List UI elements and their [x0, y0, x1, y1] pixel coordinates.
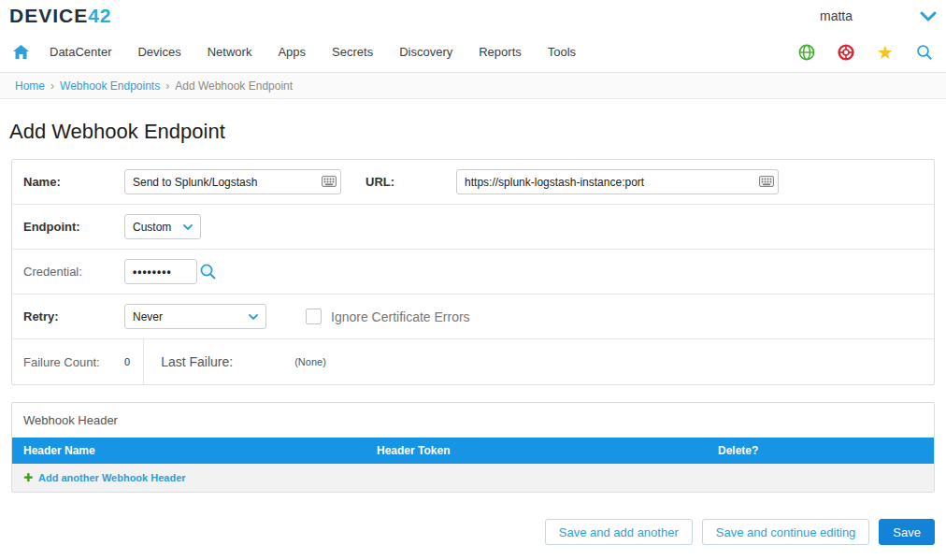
failure-row: Failure Count: 0 Last Failure: (None): [12, 339, 934, 384]
retry-select-value: Never: [133, 310, 163, 323]
chevron-down-icon: [920, 11, 937, 22]
nav-item-datacenter[interactable]: DataCenter: [50, 45, 111, 59]
breadcrumb-separator: ›: [165, 79, 169, 93]
star-icon: ★: [877, 43, 894, 62]
name-label: Name:: [23, 175, 124, 189]
webhook-header-title: Webhook Header: [12, 403, 934, 438]
search-button[interactable]: [916, 44, 933, 61]
name-url-row: Name: URL:: [12, 160, 934, 205]
keyboard-icon[interactable]: [759, 174, 774, 191]
top-header: DEVICE42 matta: [0, 0, 946, 32]
globe-icon: [798, 44, 815, 61]
save-button[interactable]: Save: [879, 519, 935, 545]
last-failure-label: Last Failure:: [161, 354, 233, 369]
device42-logo[interactable]: DEVICE42: [9, 5, 112, 27]
globe-button[interactable]: [798, 44, 815, 61]
endpoint-select[interactable]: Custom: [124, 214, 201, 239]
breadcrumb-webhook-endpoints[interactable]: Webhook Endpoints: [60, 79, 160, 93]
support-button[interactable]: [838, 44, 854, 61]
divider: [143, 339, 144, 384]
nav-item-apps[interactable]: Apps: [278, 45, 306, 59]
url-input[interactable]: [456, 169, 779, 194]
ignore-cert-label: Ignore Certificate Errors: [331, 309, 470, 324]
search-icon: [916, 44, 933, 61]
support-icon: [838, 44, 854, 61]
nav-item-secrets[interactable]: Secrets: [332, 45, 373, 59]
endpoint-select-value: Custom: [133, 221, 171, 234]
retry-row: Retry: Never Ignore Certificate Errors: [12, 294, 934, 339]
home-icon: [13, 45, 29, 59]
credential-label: Credential:: [23, 265, 124, 279]
nav-item-reports[interactable]: Reports: [479, 45, 522, 59]
plus-icon: ✚: [23, 472, 33, 483]
retry-select[interactable]: Never: [124, 304, 266, 329]
nav-item-tools[interactable]: Tools: [548, 45, 576, 59]
retry-label: Retry:: [23, 309, 124, 323]
endpoint-label: Endpoint:: [23, 220, 124, 234]
credential-row: Credential:: [12, 250, 934, 294]
nav-item-discovery[interactable]: Discovery: [399, 45, 452, 59]
add-webhook-header-link[interactable]: Add another Webhook Header: [38, 472, 185, 483]
keyboard-icon[interactable]: [322, 174, 337, 191]
column-header-name: Header Name: [23, 444, 377, 457]
logo-text-42: 42: [88, 5, 111, 26]
webhook-header-panel: Webhook Header Header Name Header Token …: [11, 402, 935, 493]
logo-text-device: DEVICE: [9, 5, 88, 26]
last-failure-value: (None): [294, 356, 326, 367]
save-and-add-another-button[interactable]: Save and add another: [545, 519, 693, 545]
breadcrumb-home[interactable]: Home: [15, 79, 45, 93]
ignore-cert-checkbox[interactable]: [306, 309, 322, 324]
failure-count-value: 0: [124, 356, 130, 367]
credential-lookup-button[interactable]: [199, 263, 217, 280]
form-actions: Save and add another Save and continue e…: [0, 519, 935, 545]
search-icon: [199, 263, 217, 280]
home-nav-button[interactable]: [13, 45, 29, 59]
credential-input[interactable]: [124, 259, 197, 284]
webhook-header-table-head: Header Name Header Token Delete?: [12, 438, 934, 464]
name-input[interactable]: [124, 169, 341, 194]
chevron-down-icon: [183, 224, 193, 230]
user-menu-chevron[interactable]: [920, 11, 937, 22]
breadcrumb-current: Add Webhook Endpoint: [175, 79, 293, 93]
column-header-token: Header Token: [377, 444, 718, 457]
breadcrumb-separator: ›: [50, 79, 54, 93]
favorites-button[interactable]: ★: [877, 43, 894, 62]
failure-count-label: Failure Count:: [23, 355, 124, 369]
chevron-down-icon: [249, 314, 258, 320]
add-webhook-header-row: ✚ Add another Webhook Header: [12, 464, 934, 492]
endpoint-row: Endpoint: Custom: [12, 205, 934, 250]
main-nav: DataCenter Devices Network Apps Secrets …: [0, 32, 946, 73]
page-title: Add Webhook Endpoint: [9, 120, 946, 144]
column-header-delete: Delete?: [718, 444, 923, 457]
nav-item-devices[interactable]: Devices: [137, 45, 180, 59]
nav-item-network[interactable]: Network: [208, 45, 252, 59]
breadcrumb: Home › Webhook Endpoints › Add Webhook E…: [0, 73, 946, 99]
webhook-endpoint-form: Name: URL: Endpoint: Custom Credential:: [11, 159, 935, 385]
url-label: URL:: [366, 175, 394, 189]
save-and-continue-editing-button[interactable]: Save and continue editing: [702, 519, 870, 545]
user-menu[interactable]: matta: [820, 8, 853, 23]
